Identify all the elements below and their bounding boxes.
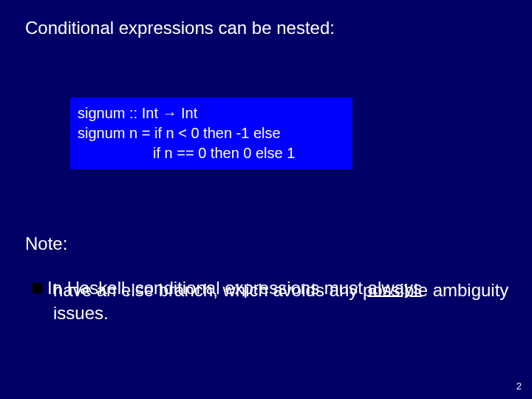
note-label: Note:	[25, 233, 67, 254]
bullet-item: In Haskell, conditional expressions must…	[33, 276, 510, 325]
code-line-1: signum :: Int → Int	[78, 103, 345, 123]
code-block: signum :: Int → Int signum n = if n < 0 …	[70, 98, 352, 169]
slide-heading: Conditional expressions can be nested:	[25, 18, 335, 38]
code-line-2: signum n = if n < 0 then -1 else	[78, 123, 345, 143]
bullet-square-icon	[33, 283, 43, 293]
bullet-body: have an else branch, which avoids any po…	[33, 279, 510, 324]
arrow-icon: →	[163, 105, 177, 121]
page-number: 2	[516, 381, 522, 392]
code-line-1b: Int	[177, 105, 198, 121]
code-line-1a: signum :: Int	[78, 105, 163, 121]
code-line-3: if n == 0 then 0 else 1	[78, 143, 345, 163]
slide: Conditional expressions can be nested: s…	[0, 0, 532, 399]
